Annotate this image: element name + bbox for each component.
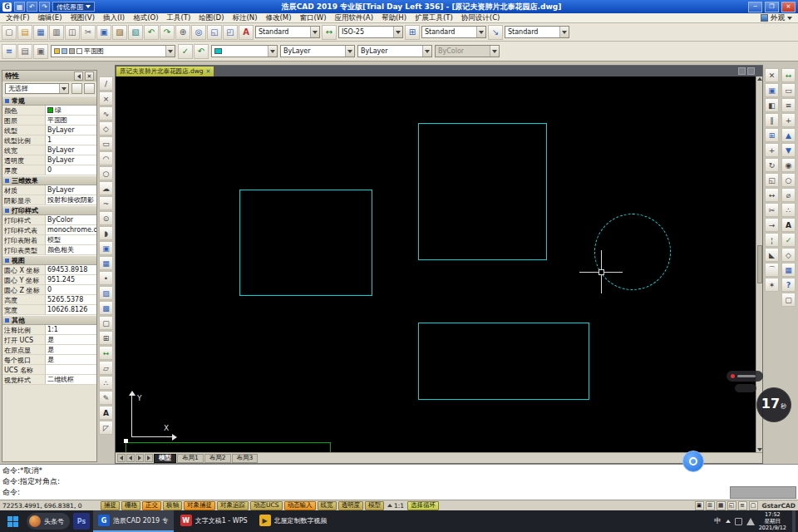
polyline-icon[interactable]: ∿	[99, 106, 113, 121]
make-block-icon[interactable]: ▦	[99, 256, 113, 270]
menu-insert[interactable]: 插入(I)	[99, 13, 129, 23]
scroll-up-icon[interactable]	[757, 77, 762, 81]
quick-redo-icon[interactable]: ↷	[39, 2, 50, 12]
workspace-switch-icon[interactable]: ▦	[717, 501, 726, 510]
hatch-icon[interactable]: ▨	[99, 286, 113, 300]
menu-apps[interactable]: 应用软件(A)	[331, 13, 377, 23]
menu-edit[interactable]: 编辑(E)	[34, 13, 66, 23]
copy-object-icon[interactable]: ▣	[765, 83, 779, 97]
selection-cycling-toggle[interactable]: 选择循环	[407, 501, 439, 510]
volume-icon[interactable]	[735, 518, 742, 525]
taskbar-video[interactable]: ▶ 北屋定制数字视频	[254, 510, 332, 532]
model-space-toggle[interactable]: 模型	[365, 501, 384, 510]
table-style-icon[interactable]: ⊞	[405, 25, 420, 40]
match-properties-icon[interactable]: ▧	[128, 25, 143, 40]
tab-last-icon[interactable]	[145, 454, 153, 462]
assistant-button[interactable]	[682, 451, 704, 472]
drawn-rectangle-bottom[interactable]	[418, 323, 589, 400]
model-canvas[interactable]: Y X	[116, 76, 762, 452]
tab-list-icon[interactable]	[738, 67, 746, 75]
tab-close-icon[interactable]: ✕	[206, 68, 211, 75]
tab-menu-icon[interactable]	[747, 67, 755, 75]
taskbar-pinned-app[interactable]: Ps	[73, 513, 90, 530]
group-icon[interactable]: ◉	[781, 158, 796, 172]
offset-icon[interactable]: ∥	[765, 113, 779, 127]
annotation-visibility-icon[interactable]: ▣	[695, 501, 704, 510]
dim-style-icon[interactable]: ↔	[322, 25, 337, 40]
cut-icon[interactable]: ✂	[81, 25, 96, 40]
quick-save-icon[interactable]: ▦	[14, 2, 25, 12]
color-combo[interactable]	[211, 45, 278, 57]
document-tab[interactable]: 原记夫资肺片北泰花园店.dwg ✕	[116, 66, 214, 76]
layer-tools-icon[interactable]: ▣	[33, 44, 48, 59]
save-icon[interactable]: ▦	[33, 25, 48, 40]
open-icon[interactable]: ▤	[17, 25, 32, 40]
menu-format[interactable]: 格式(O)	[129, 13, 162, 23]
circle-icon[interactable]: ○	[99, 166, 113, 180]
properties-dock-icon[interactable]	[74, 71, 83, 81]
move-icon[interactable]: +	[765, 143, 779, 157]
taskbar-clock[interactable]: 17:52 星期日 2021/9/12	[759, 511, 786, 531]
distance-icon[interactable]: ↔	[781, 68, 796, 82]
command-line-panel[interactable]: 命令:*取消*命令:指定对角点:命令:	[0, 464, 798, 500]
paste-icon[interactable]: ▨	[112, 25, 127, 40]
extend-icon[interactable]: →	[765, 218, 779, 232]
menu-file[interactable]: 文件(F)	[2, 13, 34, 23]
clean-screen-icon[interactable]: ◱	[727, 501, 736, 510]
ortho-toggle[interactable]: 正交	[142, 501, 161, 510]
ungroup-icon[interactable]: ○	[781, 173, 796, 187]
osnap-toggle[interactable]: 对象捕捉	[184, 501, 215, 510]
undo-icon[interactable]: ↶	[144, 25, 159, 40]
measure-icon[interactable]: ⌀	[781, 188, 796, 202]
dimension-icon[interactable]: ↔	[99, 346, 113, 360]
mleader-style-icon[interactable]: ↘	[488, 25, 503, 40]
tab-layout2[interactable]: 布局2	[204, 454, 231, 463]
table-icon[interactable]: ⊞	[99, 331, 113, 345]
point-icon[interactable]: •	[99, 271, 113, 285]
selection-combo[interactable]: 无选择	[5, 83, 69, 94]
taskbar-account[interactable]: 头条号	[27, 513, 70, 530]
line-icon[interactable]: /	[99, 76, 113, 91]
divide-points-icon[interactable]: ∴	[781, 203, 796, 217]
lock-ui-icon[interactable]: ≡	[738, 501, 747, 510]
menu-draw[interactable]: 绘图(D)	[195, 13, 228, 23]
text-style-icon[interactable]: A	[239, 25, 254, 40]
maximize-button[interactable]: ❐	[765, 2, 779, 12]
id-point-icon[interactable]: +	[781, 113, 796, 127]
taskbar-wps[interactable]: W 文字文稿1 - WPS	[175, 510, 253, 532]
properties-close-icon[interactable]: ✕	[85, 71, 94, 81]
mtext-icon[interactable]: A	[99, 406, 113, 420]
snap-toggle[interactable]: 捕捉	[101, 501, 120, 510]
quick-calc-icon[interactable]: ▦	[781, 263, 796, 277]
selected-circle[interactable]	[594, 214, 671, 290]
tab-prev-icon[interactable]	[126, 454, 135, 462]
quick-select-icon[interactable]	[84, 83, 95, 94]
plotstyle-combo[interactable]: ByColor	[435, 45, 500, 57]
divide-icon[interactable]: ∴	[99, 376, 113, 390]
drawn-rectangle-left[interactable]	[239, 190, 372, 296]
layer-properties-icon[interactable]: ≡	[2, 44, 17, 59]
explode-icon[interactable]: ✶	[765, 278, 779, 292]
rotate-icon[interactable]: ↻	[765, 158, 779, 172]
clean-screen-icon[interactable]: ▢	[781, 293, 796, 307]
action-center-button[interactable]	[792, 510, 796, 532]
chamfer-icon[interactable]: ◣	[765, 248, 779, 262]
drawn-rectangle-top[interactable]	[418, 123, 547, 260]
menu-express[interactable]: 扩展工具(T)	[411, 13, 457, 23]
tab-next-icon[interactable]	[135, 454, 144, 462]
drawn-rectangle-green[interactable]	[126, 442, 331, 452]
menu-tools[interactable]: 工具(T)	[162, 13, 195, 23]
transparency-toggle[interactable]: 透明度	[338, 501, 364, 510]
ime-indicator[interactable]: 中	[714, 516, 722, 526]
revision-cloud-icon[interactable]: ☁	[99, 181, 113, 195]
tab-first-icon[interactable]	[117, 454, 126, 462]
menu-dimension[interactable]: 标注(N)	[228, 13, 261, 23]
trim-icon[interactable]: ✂	[765, 203, 779, 217]
dim-style-combo[interactable]: ISO-25	[338, 26, 403, 38]
new-icon[interactable]: ▢	[2, 25, 17, 40]
menu-view[interactable]: 视图(V)	[66, 13, 99, 23]
workspace-switcher[interactable]: 传统界面	[52, 2, 95, 12]
tab-layout3[interactable]: 布局3	[232, 454, 259, 463]
tab-model[interactable]: 模型	[154, 454, 176, 463]
arc-icon[interactable]: ◠	[99, 151, 113, 165]
